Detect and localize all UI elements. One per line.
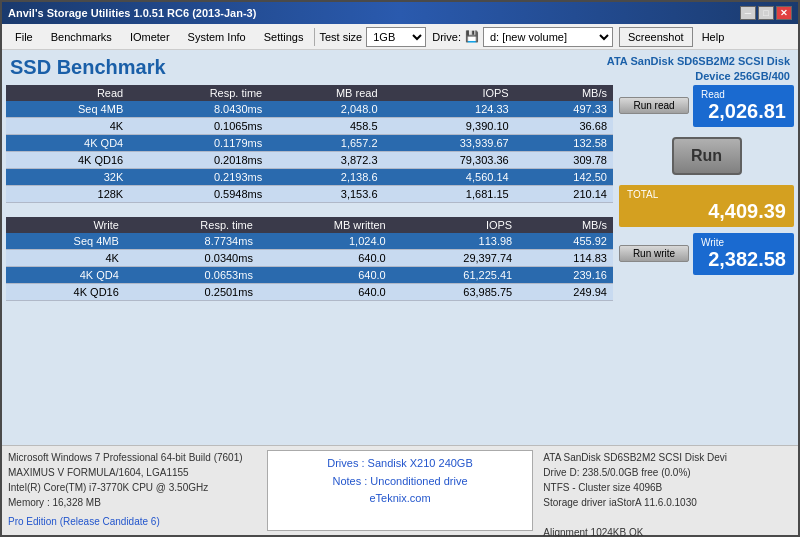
read-table-row: Seq 4MB8.0430ms2,048.0124.33497.33 (6, 101, 613, 118)
read-table-cell: 3,153.6 (268, 185, 383, 202)
footer-right: ATA SanDisk SD6SB2M2 SCSI Disk Devi Driv… (543, 450, 792, 531)
run-button-area: Run (619, 133, 794, 179)
run-button[interactable]: Run (672, 137, 742, 175)
menu-settings[interactable]: Settings (255, 28, 313, 46)
write-table-cell: 61,225.41 (392, 266, 519, 283)
read-table-cell: 79,303.36 (384, 151, 515, 168)
write-table-cell: Seq 4MB (6, 233, 125, 250)
run-read-button[interactable]: Run read (619, 97, 689, 114)
write-table-row: 4K QD160.2501ms640.063,985.75249.94 (6, 283, 613, 300)
screenshot-button[interactable]: Screenshot (619, 27, 693, 47)
footer-center-line1: Drives : Sandisk X210 240GB (276, 455, 525, 473)
footer-right-line5 (543, 510, 792, 525)
write-table-cell: 1,024.0 (259, 233, 392, 250)
read-table-row: 4K QD160.2018ms3,872.379,303.36309.78 (6, 151, 613, 168)
write-score-box: Write 2,382.58 (693, 233, 794, 275)
write-table-cell: 113.98 (392, 233, 519, 250)
iops-col-header: IOPS (384, 85, 515, 101)
read-table-cell: 4,560.14 (384, 168, 515, 185)
read-table-cell: 8.0430ms (129, 101, 268, 118)
read-table-cell: 1,657.2 (268, 134, 383, 151)
write-table-cell: 114.83 (518, 249, 613, 266)
write-mbs-col-header: MB/s (518, 217, 613, 233)
read-table-cell: 2,048.0 (268, 101, 383, 118)
menu-iometer[interactable]: IOmeter (121, 28, 179, 46)
footer-right-line2: Drive D: 238.5/0.0GB free (0.0%) (543, 465, 792, 480)
write-table-cell: 640.0 (259, 266, 392, 283)
write-table-row: 4K QD40.0653ms640.061,225.41239.16 (6, 266, 613, 283)
footer-right-line4: Storage driver iaStorA 11.6.0.1030 (543, 495, 792, 510)
footer: Microsoft Windows 7 Professional 64-bit … (2, 445, 798, 535)
write-table-cell: 0.0653ms (125, 266, 259, 283)
read-table-cell: 210.14 (515, 185, 613, 202)
read-table-row: 128K0.5948ms3,153.61,681.15210.14 (6, 185, 613, 202)
run-write-button[interactable]: Run write (619, 245, 689, 262)
read-table-cell: 4K QD4 (6, 134, 129, 151)
footer-line2: MAXIMUS V FORMULA/1604, LGA1155 (8, 465, 257, 480)
read-table-cell: 0.2193ms (129, 168, 268, 185)
read-table-cell: 0.1179ms (129, 134, 268, 151)
test-size-label: Test size (319, 31, 362, 43)
write-table-cell: 29,397.74 (392, 249, 519, 266)
menu-system-info[interactable]: System Info (179, 28, 255, 46)
test-size-select[interactable]: 1GB 512MB 256MB (366, 27, 426, 47)
total-score-label: TOTAL (627, 189, 786, 200)
drive-select[interactable]: d: [new volume] (483, 27, 613, 47)
write-table-cell: 455.92 (518, 233, 613, 250)
content-area: SSD Benchmark ATA SanDisk SD6SB2M2 SCSI … (2, 50, 798, 445)
drive-label: Drive: (432, 31, 461, 43)
read-table-cell: 1,681.15 (384, 185, 515, 202)
write-table-row: Seq 4MB8.7734ms1,024.0113.98455.92 (6, 233, 613, 250)
run-write-row: Run write Write 2,382.58 (619, 233, 794, 275)
read-score-label: Read (701, 89, 786, 100)
read-table-cell: 4K QD16 (6, 151, 129, 168)
write-table-cell: 0.2501ms (125, 283, 259, 300)
disk-info-line1: ATA SanDisk SD6SB2M2 SCSI Disk (607, 54, 790, 69)
write-resp-time-col-header: Resp. time (125, 217, 259, 233)
test-size-group: Test size 1GB 512MB 256MB (319, 27, 426, 47)
read-table-cell: 124.33 (384, 101, 515, 118)
menu-benchmarks[interactable]: Benchmarks (42, 28, 121, 46)
read-table-cell: 0.2018ms (129, 151, 268, 168)
read-score-value: 2,026.81 (701, 100, 786, 123)
window-controls: ─ □ ✕ (740, 6, 792, 20)
footer-right-line3: NTFS - Cluster size 4096B (543, 480, 792, 495)
read-table-cell: 3,872.3 (268, 151, 383, 168)
read-table-cell: 32K (6, 168, 129, 185)
read-table-row: 32K0.2193ms2,138.64,560.14142.50 (6, 168, 613, 185)
disk-info-line2: Device 256GB/400 (607, 69, 790, 84)
footer-center-line2: Notes : Unconditioned drive (276, 473, 525, 491)
write-col-header: Write (6, 217, 125, 233)
read-table-cell: 2,138.6 (268, 168, 383, 185)
read-table-cell: 142.50 (515, 168, 613, 185)
maximize-button[interactable]: □ (758, 6, 774, 20)
read-score-box: Read 2,026.81 (693, 85, 794, 127)
disk-info: ATA SanDisk SD6SB2M2 SCSI Disk Device 25… (607, 54, 790, 85)
read-table: Read Resp. time MB read IOPS MB/s Seq 4M… (6, 85, 613, 203)
write-table-cell: 4K (6, 249, 125, 266)
read-table-cell: 497.33 (515, 101, 613, 118)
minimize-button[interactable]: ─ (740, 6, 756, 20)
mb-written-col-header: MB written (259, 217, 392, 233)
header-row: SSD Benchmark ATA SanDisk SD6SB2M2 SCSI … (6, 54, 794, 85)
mbs-col-header: MB/s (515, 85, 613, 101)
run-read-row: Run read Read 2,026.81 (619, 85, 794, 127)
close-button[interactable]: ✕ (776, 6, 792, 20)
right-panel: Run read Read 2,026.81 Run TOTAL 4,409.3… (619, 85, 794, 441)
pro-edition-label: Pro Edition (Release Candidate 6) (8, 514, 257, 529)
read-table-cell: Seq 4MB (6, 101, 129, 118)
write-score-value: 2,382.58 (701, 248, 786, 271)
footer-line3: Intel(R) Core(TM) i7-3770K CPU @ 3.50GHz (8, 480, 257, 495)
read-table-cell: 9,390.10 (384, 117, 515, 134)
menu-file[interactable]: File (6, 28, 42, 46)
write-table-cell: 8.7734ms (125, 233, 259, 250)
main-content: Read Resp. time MB read IOPS MB/s Seq 4M… (6, 85, 794, 441)
footer-left: Microsoft Windows 7 Professional 64-bit … (8, 450, 257, 531)
write-table: Write Resp. time MB written IOPS MB/s Se… (6, 217, 613, 301)
page-title: SSD Benchmark (6, 54, 170, 81)
read-col-header: Read (6, 85, 129, 101)
write-table-row: 4K0.0340ms640.029,397.74114.83 (6, 249, 613, 266)
menu-help[interactable]: Help (693, 28, 734, 46)
write-table-cell: 239.16 (518, 266, 613, 283)
read-table-cell: 309.78 (515, 151, 613, 168)
